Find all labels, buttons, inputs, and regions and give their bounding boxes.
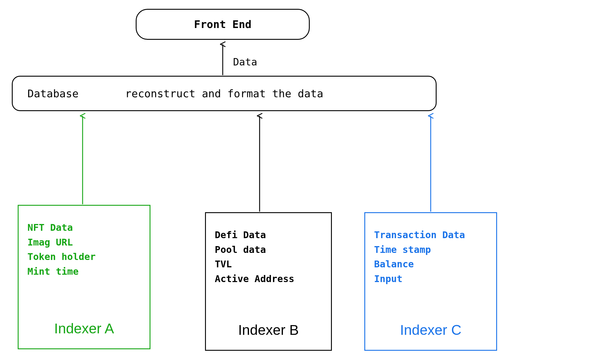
indexer-c-item-1: Time stamp [374,243,487,257]
indexer-a-item-1: Imag URL [27,235,141,250]
indexer-b-items: Defi Data Pool data TVL Active Address [215,228,322,286]
indexer-a-items: NFT Data Imag URL Token holder Mint time [27,220,141,279]
indexer-c-title: Indexer C [365,322,496,338]
database-left-label: Database [27,88,78,100]
indexer-c-item-2: Balance [374,257,487,272]
indexer-a-item-2: Token holder [27,250,141,264]
indexer-b-item-1: Pool data [215,243,322,257]
diagram-canvas: Front End Data Database reconstruct and … [0,0,590,364]
indexer-a-node: NFT Data Imag URL Token holder Mint time… [18,205,150,349]
indexer-b-item-0: Defi Data [215,228,322,243]
data-arrow-label: Data [233,56,257,68]
indexer-c-node: Transaction Data Time stamp Balance Inpu… [364,212,497,351]
database-node: Database reconstruct and format the data [12,76,437,111]
indexer-b-node: Defi Data Pool data TVL Active Address I… [205,212,332,351]
indexer-a-item-3: Mint time [27,264,141,279]
indexer-c-item-0: Transaction Data [374,228,487,243]
database-center-label: reconstruct and format the data [125,88,323,100]
indexer-a-item-0: NFT Data [27,220,141,235]
indexer-b-item-3: Active Address [215,272,322,286]
indexer-c-items: Transaction Data Time stamp Balance Inpu… [374,228,487,286]
front-end-node: Front End [136,9,310,40]
indexer-c-item-3: Input [374,272,487,286]
front-end-label: Front End [194,18,251,30]
indexer-a-title: Indexer A [19,320,150,337]
indexer-b-item-2: TVL [215,257,322,272]
indexer-b-title: Indexer B [206,322,331,338]
